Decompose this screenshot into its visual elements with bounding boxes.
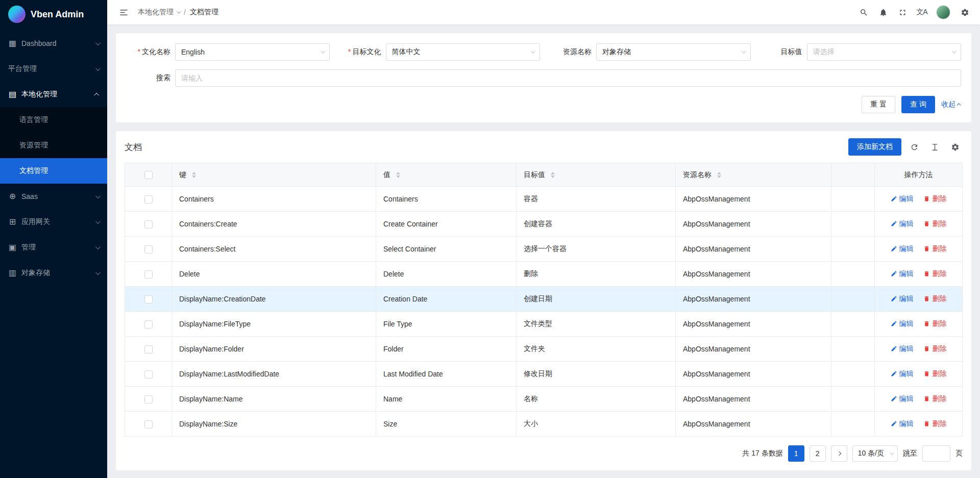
column-height-icon[interactable] (927, 139, 942, 155)
column-header-resource[interactable]: 资源名称 (676, 163, 831, 187)
cell-resource: AbpOssManagement (676, 187, 831, 212)
bell-icon[interactable] (874, 3, 892, 21)
chevron-down-icon (742, 49, 746, 53)
row-checkbox[interactable] (144, 320, 153, 329)
page-button-2[interactable]: 2 (810, 445, 826, 462)
row-checkbox[interactable] (144, 370, 153, 379)
sidebar-item-app-gateway[interactable]: ⊞ 应用网关 (0, 209, 107, 235)
row-checkbox[interactable] (144, 295, 153, 304)
column-header-value[interactable]: 值 (376, 163, 517, 187)
sidebar-item-resource-management[interactable]: 资源管理 (0, 133, 107, 158)
cell-target: 删除 (517, 262, 676, 287)
edit-button[interactable]: 编辑 (891, 319, 914, 329)
edit-button[interactable]: 编辑 (891, 419, 914, 429)
sidebar-item-localization-management[interactable]: ▤ 本地化管理 (0, 82, 107, 107)
edit-button[interactable]: 编辑 (891, 369, 914, 379)
jump-to-input[interactable] (922, 445, 950, 462)
sidebar-item-saas[interactable]: ⊕ Saas (0, 184, 107, 209)
reset-button[interactable]: 重 置 (862, 96, 895, 113)
edit-button[interactable]: 编辑 (891, 244, 914, 254)
cell-checkbox (125, 337, 172, 362)
page-size-select[interactable]: 10 条/页 (852, 445, 898, 462)
delete-button[interactable]: 删除 (923, 194, 946, 204)
chevron-down-icon (95, 219, 101, 224)
target-culture-select[interactable]: 简体中文 (386, 43, 541, 61)
cell-value: Size (376, 412, 517, 437)
chevron-down-icon (95, 66, 101, 71)
sidebar-item-document-management[interactable]: 文档管理 (0, 158, 107, 184)
table-title: 文档 (125, 141, 142, 153)
row-checkbox[interactable] (144, 220, 153, 229)
cell-empty (831, 362, 875, 387)
edit-button[interactable]: 编辑 (891, 194, 914, 204)
edit-label: 编辑 (899, 319, 914, 329)
chevron-down-icon (177, 9, 181, 13)
trash-icon (923, 395, 930, 402)
edit-label: 编辑 (899, 269, 914, 279)
edit-label: 编辑 (899, 219, 914, 229)
trash-icon (923, 420, 930, 427)
add-document-button[interactable]: 添加新文档 (848, 138, 901, 156)
edit-button[interactable]: 编辑 (891, 269, 914, 279)
sidebar-item-label: Dashboard (21, 39, 91, 47)
delete-button[interactable]: 删除 (923, 344, 946, 354)
edit-button[interactable]: 编辑 (891, 219, 914, 229)
delete-button[interactable]: 删除 (923, 394, 946, 404)
cell-checkbox (125, 237, 172, 262)
row-checkbox[interactable] (144, 195, 153, 204)
row-checkbox[interactable] (144, 420, 153, 429)
culture-name-select[interactable]: English (175, 43, 330, 61)
delete-button[interactable]: 删除 (923, 294, 946, 304)
breadcrumb-parent[interactable]: 本地化管理 (138, 8, 180, 17)
refresh-icon[interactable] (906, 139, 922, 155)
table-settings-icon[interactable] (947, 139, 963, 155)
edit-button[interactable]: 编辑 (891, 294, 914, 304)
header-actions: 文A (854, 3, 974, 21)
select-all-checkbox[interactable] (144, 171, 153, 179)
sidebar-item-platform-management[interactable]: 平台管理 (0, 56, 107, 82)
query-button[interactable]: 查 询 (901, 96, 935, 113)
row-checkbox[interactable] (144, 395, 153, 404)
app-logo[interactable]: Vben Admin (0, 0, 107, 29)
fullscreen-icon[interactable] (893, 3, 912, 21)
sidebar-item-label: Saas (21, 192, 91, 200)
sort-icon (192, 172, 196, 178)
page-button-1[interactable]: 1 (788, 445, 804, 462)
chevron-up-icon (94, 92, 99, 97)
avatar[interactable] (936, 5, 950, 19)
target-value-select[interactable]: 请选择 (807, 43, 962, 61)
cell-value: File Type (376, 312, 517, 337)
delete-label: 删除 (932, 269, 946, 279)
search-icon[interactable] (854, 3, 873, 21)
edit-button[interactable]: 编辑 (891, 394, 914, 404)
edit-label: 编辑 (899, 244, 914, 254)
collapse-link[interactable]: 收起 (941, 100, 961, 109)
delete-button[interactable]: 删除 (923, 219, 946, 229)
settings-gear-icon[interactable] (955, 3, 974, 21)
search-input[interactable] (175, 69, 961, 87)
column-header-target[interactable]: 目标值 (517, 163, 676, 187)
field-label: *目标文化 (337, 47, 386, 57)
table-row: DisplayName:FileType File Type 文件类型 AbpO… (125, 312, 963, 337)
delete-button[interactable]: 删除 (923, 369, 946, 379)
row-checkbox[interactable] (144, 245, 153, 254)
select-value: English (181, 48, 205, 56)
column-header-key[interactable]: 键 (172, 163, 376, 187)
delete-button[interactable]: 删除 (923, 269, 946, 279)
menu-fold-icon[interactable] (114, 3, 133, 21)
delete-button[interactable]: 删除 (923, 319, 946, 329)
sidebar-item-object-storage[interactable]: ▥ 对象存储 (0, 260, 107, 286)
delete-button[interactable]: 删除 (923, 419, 946, 429)
sidebar-item-language-management[interactable]: 语言管理 (0, 107, 107, 133)
resource-name-select[interactable]: 对象存储 (596, 43, 751, 61)
translate-icon[interactable]: 文A (913, 3, 931, 21)
sidebar-item-management[interactable]: ▣ 管理 (0, 235, 107, 260)
edit-button[interactable]: 编辑 (891, 344, 914, 354)
row-checkbox[interactable] (144, 270, 153, 279)
row-checkbox[interactable] (144, 345, 153, 354)
sidebar-item-dashboard[interactable]: ▦ Dashboard (0, 31, 107, 56)
next-page-button[interactable] (831, 445, 847, 462)
delete-button[interactable]: 删除 (923, 244, 946, 254)
filter-actions: 重 置 查 询 收起 (126, 96, 961, 113)
required-asterisk: * (138, 47, 140, 56)
